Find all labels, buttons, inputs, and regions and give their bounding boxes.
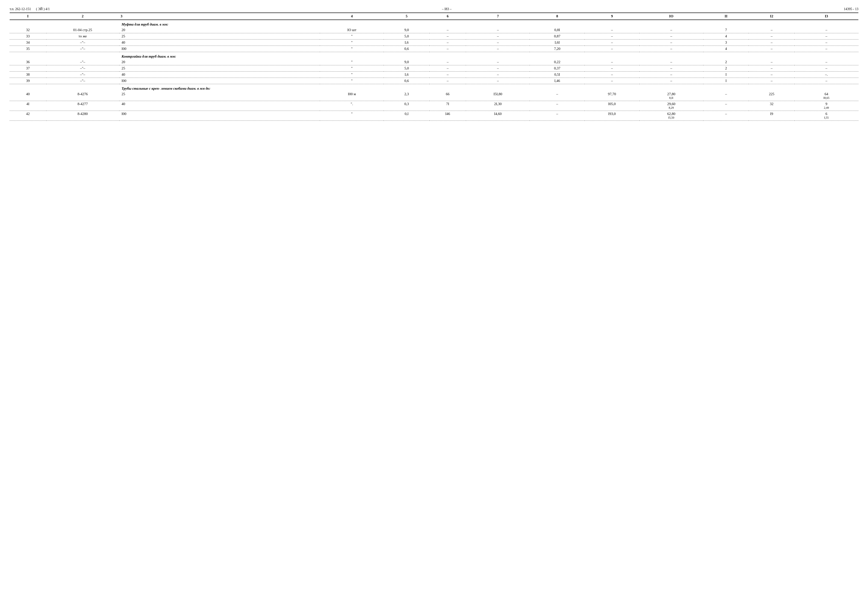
section-header-1: Контргайки для труб диам. в мм: bbox=[10, 52, 858, 59]
col-header-4: 4 bbox=[320, 13, 384, 20]
table-row: 34–"–40"I,6––I,6I––3–– bbox=[10, 39, 858, 46]
table-row: 408-427625I00 м2,366I5I,80–97,7027,808,I… bbox=[10, 91, 858, 101]
section-title-1: Контргайки для труб диам. в мм: bbox=[119, 52, 320, 59]
col-header-2: 2 bbox=[46, 13, 119, 20]
col-header-10: IO bbox=[639, 13, 703, 20]
col-header-3: 3 bbox=[119, 13, 320, 20]
col-header-9: 9 bbox=[585, 13, 639, 20]
column-headers: I 2 3 4 5 6 7 8 9 IO II I2 I3 bbox=[10, 13, 858, 20]
table-row: 33то же25"5,0––0,87––4–– bbox=[10, 33, 858, 39]
section-title-2: Трубы стальные с креп- лением скобами ди… bbox=[119, 84, 320, 91]
table-row: 36–"–20"9,0––0,22––2–– bbox=[10, 59, 858, 65]
header-right: 14395 - 13 bbox=[844, 7, 858, 11]
main-table: I 2 3 4 5 6 7 8 9 IO II I2 I3 Муфта для … bbox=[10, 12, 858, 121]
col-header-6: 6 bbox=[430, 13, 466, 20]
col-header-8: 8 bbox=[530, 13, 585, 20]
table-row: 35–"–I00"0,6––7,20––4–– bbox=[10, 46, 858, 52]
header-left: т.п. 262-12-151 ( ЭЙ ) 4/1 bbox=[10, 7, 50, 11]
header-center: – I83 – bbox=[442, 7, 452, 11]
table-row: 428-4280I00"0,II46I4,60–I93,062,80I5,50–… bbox=[10, 111, 858, 121]
col-header-7: 7 bbox=[466, 13, 530, 20]
table-row: 3201-04 стр.2520IO шт9,0––0,8I––7–– bbox=[10, 27, 858, 33]
col-header-11: II bbox=[703, 13, 749, 20]
table-row: 38–"–40"I,6––0,5I––I––. bbox=[10, 72, 858, 78]
section-header-2: Трубы стальные с креп- лением скобами ди… bbox=[10, 84, 858, 91]
col-header-5: 5 bbox=[384, 13, 429, 20]
section-title-0: Муфта для труб диам. в мм: bbox=[119, 20, 320, 27]
section-header-0: Муфта для труб диам. в мм: bbox=[10, 20, 858, 27]
page-header: т.п. 262-12-151 ( ЭЙ ) 4/1 – I83 – 14395… bbox=[10, 7, 858, 11]
table-row: 39–"–I00"0,6––I,46––I–– bbox=[10, 78, 858, 84]
col-header-13: I3 bbox=[795, 13, 858, 20]
col-header-1: I bbox=[10, 13, 46, 20]
table-row: 4I8-427740".0,37I2I,30–I05,029,608,29–32… bbox=[10, 101, 858, 111]
col-header-12: I2 bbox=[749, 13, 794, 20]
table-row: 37–"–25"5,0––0,37––2–– bbox=[10, 65, 858, 72]
